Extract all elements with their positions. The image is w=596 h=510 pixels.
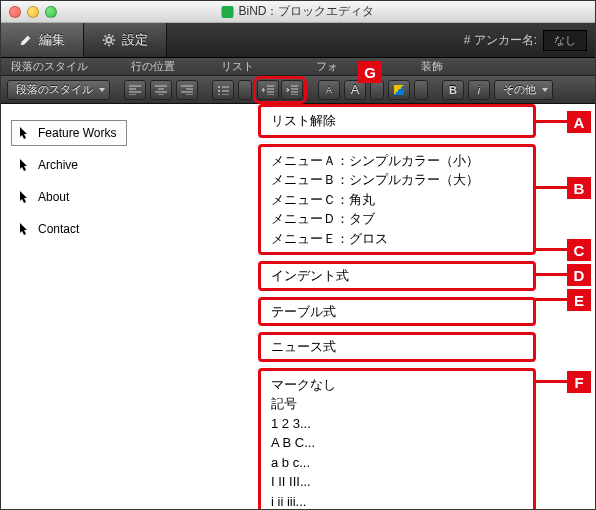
- window-controls: [9, 6, 57, 18]
- callout-g: G: [358, 61, 382, 83]
- italic-button[interactable]: i: [468, 80, 490, 100]
- list-dropdown-button[interactable]: [238, 80, 252, 100]
- nav-item-label: About: [38, 190, 69, 204]
- nav-item-about[interactable]: About: [11, 184, 127, 210]
- svg-point-1: [218, 86, 220, 88]
- pointer-icon: [16, 125, 32, 141]
- editor-canvas: Feature Works Archive About Contact リスト解…: [1, 104, 595, 510]
- indent-button[interactable]: [281, 80, 303, 100]
- other-dropdown[interactable]: その他: [494, 80, 553, 100]
- dd-news-box: ニュース式: [258, 332, 536, 362]
- dd-mark-123[interactable]: 1 2 3...: [271, 414, 523, 434]
- dd-indent-item[interactable]: インデント式: [271, 266, 523, 286]
- dd-mark-abc-upper[interactable]: A B C...: [271, 433, 523, 453]
- callout-a: A: [567, 111, 591, 133]
- pencil-icon: [19, 33, 33, 47]
- dd-clear-item[interactable]: リスト解除: [271, 111, 523, 131]
- svg-point-2: [218, 90, 220, 92]
- align-right-button[interactable]: [176, 80, 198, 100]
- callout-d-line: [535, 273, 567, 276]
- callout-d: D: [567, 264, 591, 286]
- zoom-window[interactable]: [45, 6, 57, 18]
- group-decor: 装飾: [421, 59, 461, 74]
- callout-b-line: [535, 186, 567, 189]
- nav-item-feature-works[interactable]: Feature Works: [11, 120, 127, 146]
- pointer-icon: [16, 221, 32, 237]
- dd-table-item[interactable]: テーブル式: [271, 302, 523, 322]
- page-nav-list: Feature Works Archive About Contact: [11, 120, 127, 242]
- outdent-button[interactable]: [257, 80, 279, 100]
- dd-menu-d[interactable]: メニューＤ：タブ: [271, 209, 523, 229]
- group-list: リスト: [221, 59, 316, 74]
- dd-mark-roman-upper[interactable]: I II III...: [271, 472, 523, 492]
- nav-item-label: Archive: [38, 158, 78, 172]
- nav-item-label: Contact: [38, 222, 79, 236]
- tab-edit-label: 編集: [39, 31, 65, 49]
- anchor-field: # アンカー名: なし: [464, 23, 595, 57]
- dd-menu-a[interactable]: メニューＡ：シンプルカラー（小）: [271, 151, 523, 171]
- anchor-value[interactable]: なし: [543, 30, 587, 51]
- callout-f: F: [567, 371, 591, 393]
- window-title-text: BiND：ブロックエディタ: [238, 3, 374, 20]
- nav-item-label: Feature Works: [38, 126, 116, 140]
- tab-settings-label: 設定: [122, 31, 148, 49]
- bold-button[interactable]: B: [442, 80, 464, 100]
- callout-e-line: [535, 298, 567, 301]
- window-title: BiND：ブロックエディタ: [221, 3, 374, 20]
- font-color-button[interactable]: [388, 80, 410, 100]
- dd-mark-symbol[interactable]: 記号: [271, 394, 523, 414]
- callout-a-line: [535, 120, 567, 123]
- nav-item-contact[interactable]: Contact: [11, 216, 127, 242]
- svg-point-3: [218, 94, 220, 95]
- group-line-pos: 行の位置: [131, 59, 221, 74]
- callout-c: C: [567, 239, 591, 261]
- anchor-label: # アンカー名:: [464, 32, 537, 49]
- callout-c-line: [535, 248, 567, 251]
- dd-indent-box: インデント式: [258, 261, 536, 291]
- dd-mark-abc-lower[interactable]: a b c...: [271, 453, 523, 473]
- dd-menu-c[interactable]: メニューＣ：角丸: [271, 190, 523, 210]
- titlebar: BiND：ブロックエディタ: [1, 1, 595, 23]
- nav-item-archive[interactable]: Archive: [11, 152, 127, 178]
- close-window[interactable]: [9, 6, 21, 18]
- dd-clear-box: リスト解除: [258, 104, 536, 138]
- dd-marks-box: マークなし 記号 1 2 3... A B C... a b c... I II…: [258, 368, 536, 511]
- list-style-dropdown-panel: リスト解除 メニューＡ：シンプルカラー（小） メニューＢ：シンプルカラー（大） …: [258, 104, 536, 510]
- dd-menu-b[interactable]: メニューＢ：シンプルカラー（大）: [271, 170, 523, 190]
- dd-mark-roman-lower[interactable]: i ii iii...: [271, 492, 523, 511]
- callout-b: B: [567, 177, 591, 199]
- toolbar-group-labels: 段落のスタイル 行の位置 リスト フォ 装飾: [1, 58, 595, 76]
- align-center-button[interactable]: [150, 80, 172, 100]
- align-left-button[interactable]: [124, 80, 146, 100]
- format-toolbar: 段落のスタイル A A B i その他: [1, 76, 595, 104]
- font-size-small-button[interactable]: A: [318, 80, 340, 100]
- dd-menu-e[interactable]: メニューＥ：グロス: [271, 229, 523, 249]
- dd-table-box: テーブル式: [258, 297, 536, 327]
- minimize-window[interactable]: [27, 6, 39, 18]
- group-para-style: 段落のスタイル: [11, 59, 131, 74]
- dd-mark-none[interactable]: マークなし: [271, 375, 523, 395]
- callout-e: E: [567, 289, 591, 311]
- font-color-dropdown[interactable]: [414, 80, 428, 100]
- pointer-icon: [16, 157, 32, 173]
- pointer-icon: [16, 189, 32, 205]
- main-tabbar: 編集 設定 # アンカー名: なし: [1, 23, 595, 58]
- dd-menu-box: メニューＡ：シンプルカラー（小） メニューＢ：シンプルカラー（大） メニューＣ：…: [258, 144, 536, 256]
- gear-icon: [102, 33, 116, 47]
- list-indent-group: [256, 79, 304, 101]
- app-icon: [221, 6, 233, 18]
- list-bullets-button[interactable]: [212, 80, 234, 100]
- tab-settings[interactable]: 設定: [84, 23, 167, 57]
- svg-point-0: [106, 37, 111, 42]
- callout-f-line: [535, 380, 567, 383]
- tab-edit[interactable]: 編集: [1, 23, 84, 57]
- para-style-dropdown[interactable]: 段落のスタイル: [7, 80, 110, 100]
- dd-news-item[interactable]: ニュース式: [271, 337, 523, 357]
